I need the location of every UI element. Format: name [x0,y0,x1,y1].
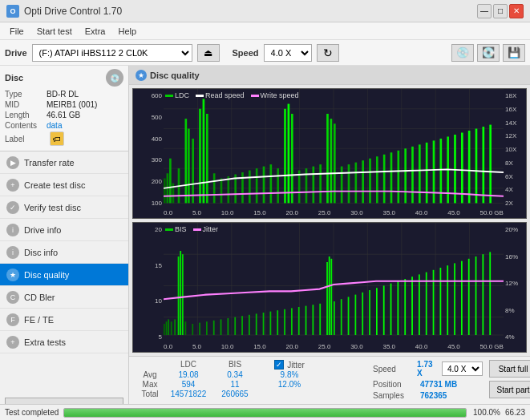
chart1-y-left: 600 500 400 300 200 100 [133,89,164,218]
svg-rect-38 [288,104,290,204]
yr2-8: 8% [505,307,526,314]
samples-text-value: 762365 [420,391,447,400]
svg-rect-93 [199,323,200,335]
svg-rect-56 [404,148,407,203]
chart-ldc: LDC Read speed Write speed 600 500 40 [132,88,527,219]
svg-rect-55 [398,151,400,204]
disc-mid-value: MEIRB1 (001) [47,100,97,109]
svg-rect-54 [390,152,393,203]
transfer-rate-icon: ▶ [6,156,19,169]
samples-text-label: Samples [373,391,417,400]
svg-rect-125 [411,277,413,335]
svg-rect-52 [376,156,378,203]
svg-rect-60 [433,140,435,203]
cd-bler-icon: C [6,291,19,304]
svg-rect-35 [270,164,273,203]
svg-rect-16 [164,178,166,203]
status-bar: Test completed 100.0% 66.23 [0,404,530,420]
svg-rect-109 [313,305,314,335]
disc-quality-header: ★ Disc quality [129,66,530,85]
maximize-button[interactable]: □ [493,4,508,18]
svg-rect-89 [180,251,181,335]
y1-500: 500 [133,114,162,121]
charts-container: LDC Read speed Write speed 600 500 40 [129,85,530,356]
yr2-4: 4% [505,333,526,341]
drive-label: Drive [5,48,27,58]
create-test-disc-icon: + [6,179,19,192]
svg-rect-97 [228,318,229,335]
jitter-checkbox[interactable]: ✓ [274,360,284,370]
speed-select[interactable]: 4.0 X [264,44,312,62]
disc-icon-btn-1[interactable]: 💿 [451,44,474,62]
yr1-12: 12X [505,132,526,139]
sidebar-item-create-test-disc[interactable]: + Create test disc [0,174,128,196]
sidebar-item-drive-info[interactable]: i Drive info [0,219,128,241]
total-label: Total [136,390,164,398]
eject-button[interactable]: ⏏ [197,44,220,62]
menu-start-test[interactable]: Start test [30,25,79,38]
disc-contents-value: data [47,121,62,130]
svg-rect-23 [192,139,194,204]
content-area: ★ Disc quality LDC Read speed [129,66,530,420]
extra-tests-icon: + [6,336,19,349]
svg-rect-39 [291,114,293,203]
chart1-legend: LDC Read speed Write speed [165,91,298,99]
sidebar-item-fe-te[interactable]: F FE / TE [0,309,128,331]
start-part-button[interactable]: Start part [489,381,530,398]
svg-rect-86 [171,321,172,335]
sidebar-item-extra-tests[interactable]: + Extra tests [0,331,128,353]
extra-tests-label: Extra tests [24,337,66,347]
svg-rect-51 [369,159,371,204]
app-title: Opti Drive Control 1.70 [24,6,122,17]
max-label: Max [136,380,164,389]
svg-rect-49 [355,163,358,204]
disc-quality-title: Disc quality [150,71,200,80]
menu-extra[interactable]: Extra [79,25,112,38]
create-test-disc-label: Create test disc [24,180,85,190]
svg-rect-65 [468,131,471,203]
svg-rect-24 [199,109,201,204]
max-ldc: 594 [164,380,212,389]
menu-file[interactable]: File [3,25,30,38]
svg-rect-117 [355,295,357,335]
disc-icon-btn-3[interactable]: 💾 [503,44,525,62]
drive-select[interactable]: (F:) ATAPI iHBS112 2 CL0K [32,44,192,62]
disc-info-icon: i [6,246,19,259]
sidebar-item-verify-test-disc[interactable]: ✓ Verify test disc [0,196,128,219]
svg-rect-123 [398,281,399,335]
chart1-svg [164,89,504,218]
svg-rect-105 [284,309,285,335]
disc-quality-icon: ★ [6,269,19,281]
menu-bar: File Start test Extra Help [0,22,530,40]
svg-rect-94 [206,321,208,335]
svg-rect-83 [164,324,165,335]
chart1-x-axis: 0.0 5.0 10.0 15.0 20.0 25.0 30.0 35.0 40… [164,209,504,216]
svg-rect-48 [348,164,350,203]
svg-rect-66 [475,129,478,204]
sidebar-item-cd-bler[interactable]: C CD Bler [0,286,128,309]
disc-icon-btn-2[interactable]: 💽 [477,44,500,62]
minimize-button[interactable]: — [477,4,492,18]
speed-refresh-button[interactable]: ↻ [317,44,339,62]
disc-type-label: Type [5,90,47,99]
label-icon[interactable]: 🏷 [50,131,64,146]
svg-rect-33 [256,168,258,203]
svg-rect-110 [319,304,321,335]
svg-rect-43 [319,164,322,203]
menu-help[interactable]: Help [111,25,143,38]
avg-ldc: 19.08 [164,370,212,379]
svg-rect-96 [220,319,222,335]
sidebar-item-disc-info[interactable]: i Disc info [0,241,128,264]
sidebar-item-transfer-rate[interactable]: ▶ Transfer rate [0,151,128,174]
svg-rect-128 [433,270,435,335]
yr2-12: 12% [505,280,526,287]
svg-rect-103 [270,312,272,335]
svg-rect-88 [178,256,180,335]
max-bis: 11 [212,380,257,389]
start-full-button[interactable]: Start full [489,360,530,378]
fe-te-label: FE / TE [24,315,54,325]
close-button[interactable]: ✕ [509,4,524,18]
speed-select-stats[interactable]: 4.0 X [442,361,483,376]
sidebar-item-disc-quality[interactable]: ★ Disc quality [0,264,128,286]
drive-info-label: Drive info [24,225,61,235]
